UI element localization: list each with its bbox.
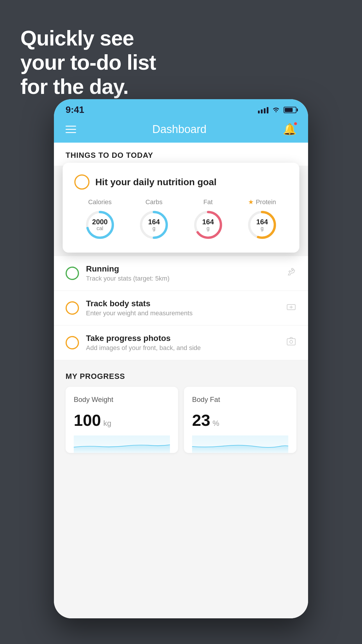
svg-point-8	[291, 268, 293, 270]
body-weight-unit: kg	[103, 419, 111, 428]
svg-rect-10	[287, 339, 295, 345]
status-icons	[258, 106, 296, 114]
nutrition-columns: Calories 2000 cal Carbs	[74, 198, 288, 241]
progress-cards: Body Weight 100 kg	[66, 387, 296, 453]
fat-column: Fat 164 g	[192, 198, 224, 241]
battery-fill	[285, 108, 293, 112]
notification-bell-icon[interactable]: 🔔	[283, 123, 296, 136]
status-bar: 9:41	[54, 99, 308, 118]
body-fat-chart	[192, 435, 288, 453]
notification-dot	[294, 122, 298, 126]
todo-item-progress-photos[interactable]: Take progress photos Add images of your …	[54, 326, 308, 360]
carbs-column: Carbs 164 g	[138, 198, 170, 241]
photos-text: Take progress photos Add images of your …	[86, 334, 279, 352]
carbs-value: 164	[148, 218, 160, 226]
body-weight-value-row: 100 kg	[74, 411, 170, 430]
headline-line1: Quickly see	[20, 27, 134, 50]
calories-column: Calories 2000 cal	[84, 198, 116, 241]
body-weight-card-title: Body Weight	[74, 396, 170, 404]
headline-line2: your to-do list	[20, 51, 156, 74]
status-time: 9:41	[66, 104, 84, 115]
featured-nutrition-card[interactable]: Hit your daily nutrition goal Calories 2…	[63, 163, 299, 253]
carbs-unit: g	[148, 226, 160, 232]
photos-name: Take progress photos	[86, 334, 279, 343]
body-stats-desc: Enter your weight and measurements	[86, 309, 279, 317]
battery-icon	[284, 107, 296, 113]
body-stats-circle	[66, 301, 79, 315]
todo-item-body-stats[interactable]: Track body stats Enter your weight and m…	[54, 291, 308, 326]
card-title-row: Hit your daily nutrition goal	[74, 174, 288, 190]
nav-title: Dashboard	[152, 123, 207, 136]
hamburger-menu[interactable]	[66, 126, 76, 133]
headline-line3: for the day.	[20, 75, 129, 98]
app-content: THINGS TO DO TODAY Hit your daily nutrit…	[54, 143, 308, 618]
photos-icon	[286, 336, 296, 349]
calories-label: Calories	[88, 198, 112, 206]
body-stats-icon	[286, 302, 296, 315]
fat-unit: g	[202, 226, 214, 232]
things-to-do-section: THINGS TO DO TODAY	[54, 143, 308, 166]
todo-item-running[interactable]: Running Track your stats (target: 5km)	[54, 256, 308, 291]
body-weight-card[interactable]: Body Weight 100 kg	[66, 387, 178, 453]
calories-value: 2000	[92, 218, 108, 226]
body-fat-value: 23	[192, 411, 210, 430]
protein-value: 164	[256, 218, 268, 226]
calories-unit: cal	[92, 226, 108, 232]
nutrition-card-title: Hit your daily nutrition goal	[95, 177, 217, 188]
fat-label: Fat	[203, 198, 213, 206]
progress-section-title: MY PROGRESS	[66, 372, 296, 381]
protein-label: ★ Protein	[248, 198, 276, 206]
calories-donut: 2000 cal	[84, 209, 116, 241]
body-weight-value: 100	[74, 411, 101, 430]
running-desc: Track your stats (target: 5km)	[86, 275, 279, 282]
photos-desc: Add images of your front, back, and side	[86, 344, 279, 352]
body-stats-name: Track body stats	[86, 299, 279, 308]
carbs-donut: 164 g	[138, 209, 170, 241]
running-circle	[66, 267, 79, 280]
body-fat-value-row: 23 %	[192, 411, 288, 430]
nav-bar: Dashboard 🔔	[54, 118, 308, 143]
carbs-label: Carbs	[145, 198, 163, 206]
protein-star-icon: ★	[248, 198, 254, 206]
todo-list: Running Track your stats (target: 5km) T…	[54, 256, 308, 360]
things-to-do-title: THINGS TO DO TODAY	[66, 151, 153, 160]
running-name: Running	[86, 264, 279, 274]
fat-donut: 164 g	[192, 209, 224, 241]
body-stats-text: Track body stats Enter your weight and m…	[86, 299, 279, 317]
signal-icon	[258, 106, 268, 113]
nutrition-circle-check	[74, 174, 89, 190]
body-fat-card-title: Body Fat	[192, 396, 288, 404]
running-text: Running Track your stats (target: 5km)	[86, 264, 279, 282]
protein-unit: g	[256, 226, 268, 232]
headline: Quickly see your to-do list for the day.	[20, 26, 156, 99]
body-fat-card[interactable]: Body Fat 23 %	[184, 387, 296, 453]
phone-mockup: 9:41 Dashboard 🔔	[54, 99, 308, 618]
protein-donut: 164 g	[246, 209, 278, 241]
fat-value: 164	[202, 218, 214, 226]
wifi-icon	[272, 106, 280, 114]
body-weight-chart	[74, 435, 170, 453]
progress-section: MY PROGRESS Body Weight 100 kg	[54, 372, 308, 453]
running-icon	[286, 267, 296, 280]
photos-circle	[66, 336, 79, 349]
protein-column: ★ Protein 164 g	[246, 198, 278, 241]
body-fat-unit: %	[212, 419, 219, 428]
svg-point-11	[290, 340, 293, 343]
